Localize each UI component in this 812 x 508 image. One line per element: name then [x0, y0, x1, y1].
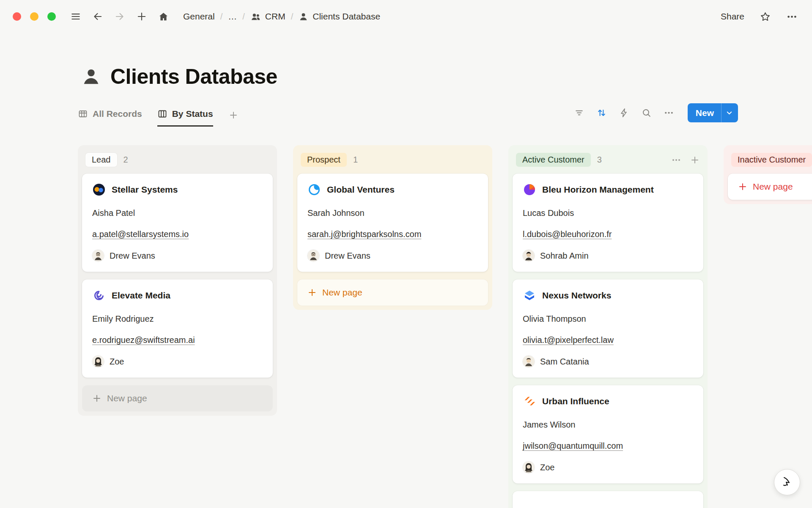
tab-all-records[interactable]: All Records: [78, 109, 142, 127]
new-page-label: New page: [107, 393, 147, 403]
column-count: 2: [123, 155, 128, 165]
column-more-button[interactable]: [671, 155, 681, 165]
kanban-board: Lead 2 Stellar Systems Aisha Patel a.pat…: [78, 145, 812, 508]
forward-arrow-icon: [114, 11, 125, 22]
tab-label: All Records: [93, 109, 142, 119]
column-header-actions: [671, 155, 700, 165]
breadcrumb-item-crm[interactable]: CRM: [250, 11, 285, 22]
sidebar-toggle-button[interactable]: [70, 11, 81, 22]
add-view-button[interactable]: [228, 110, 239, 127]
card-title-row: Stellar Systems: [92, 183, 263, 196]
elevate-media-logo-icon: [92, 289, 106, 302]
card-owner-name: Zoe: [540, 462, 554, 473]
favorite-button[interactable]: [760, 11, 771, 22]
avatar-zoe: [92, 356, 104, 367]
card-bleu-horizon-management[interactable]: Bleu Horizon Management Lucas Dubois l.d…: [513, 174, 703, 272]
forward-button[interactable]: [114, 11, 125, 22]
new-page-label: New page: [753, 182, 793, 192]
card-contact-name: James Wilson: [523, 419, 693, 430]
board-view-icon: [157, 109, 167, 119]
new-page-label: New page: [322, 287, 362, 298]
plus-icon: [690, 155, 700, 165]
card-contact-name: Aisha Patel: [92, 207, 263, 218]
column-header-active-customer: Active Customer 3: [513, 149, 703, 174]
avatar-sam-catania: [523, 356, 535, 367]
card-owner-row: Zoe: [92, 356, 263, 367]
chevron-down-icon: [725, 109, 733, 117]
search-button[interactable]: [641, 108, 652, 118]
people-icon: [250, 11, 261, 22]
status-badge-active-customer[interactable]: Active Customer: [516, 153, 591, 167]
new-page-button-inactive[interactable]: New page: [728, 174, 812, 200]
card-owner-row: Zoe: [523, 461, 693, 473]
card-owner-name: Drew Evans: [325, 250, 370, 261]
card-email: sarah.j@brightsparksolns.com: [307, 229, 421, 239]
avatar-drew-evans: [92, 250, 104, 262]
card-email: l.dubois@bleuhorizon.fr: [523, 229, 612, 239]
back-button[interactable]: [92, 11, 103, 22]
breadcrumb-separator: /: [291, 12, 294, 22]
new-dropdown-button[interactable]: [721, 103, 738, 122]
card-owner-name: Zoe: [110, 356, 124, 367]
floating-cursor-button[interactable]: [774, 469, 800, 495]
card-global-ventures[interactable]: Global Ventures Sarah Johnson sarah.j@br…: [297, 174, 488, 272]
card-company-name: Elevate Media: [112, 290, 170, 301]
new-button[interactable]: New: [688, 103, 721, 122]
share-button[interactable]: Share: [721, 11, 744, 22]
global-ventures-logo-icon: [307, 183, 321, 196]
card-elevate-media[interactable]: Elevate Media Emily Rodriguez e.rodrigue…: [82, 279, 273, 378]
lightning-icon: [619, 108, 629, 118]
board-column-inactive-customer: Inactive Customer New page: [724, 145, 812, 204]
app-window: General / … / CRM / Clients Database Sha…: [0, 0, 812, 508]
breadcrumb-collapsed-button[interactable]: …: [228, 11, 237, 22]
status-badge-lead[interactable]: Lead: [85, 153, 117, 167]
window-titlebar: General / … / CRM / Clients Database Sha…: [0, 0, 812, 33]
home-button[interactable]: [158, 11, 169, 22]
tab-label: By Status: [172, 109, 213, 119]
status-badge-inactive-customer[interactable]: Inactive Customer: [731, 153, 812, 167]
card-partially-visible[interactable]: [513, 491, 703, 508]
automations-button[interactable]: [619, 108, 629, 118]
more-options-button[interactable]: [786, 11, 798, 22]
view-settings-button[interactable]: [664, 108, 674, 118]
table-view-icon: [78, 109, 88, 119]
zoom-window-button[interactable]: [47, 12, 56, 21]
card-stellar-systems[interactable]: Stellar Systems Aisha Patel a.patel@stel…: [82, 174, 273, 272]
ellipsis-icon: [786, 11, 798, 22]
plus-icon: [228, 110, 239, 120]
tab-by-status[interactable]: By Status: [157, 109, 213, 127]
card-owner-name: Drew Evans: [110, 250, 155, 261]
new-page-button-lead[interactable]: New page: [82, 385, 273, 411]
stellar-systems-logo-icon: [92, 183, 106, 196]
breadcrumb-label: Clients Database: [313, 11, 380, 22]
breadcrumb-separator: /: [220, 12, 223, 22]
bleu-horizon-logo-icon: [523, 183, 536, 196]
sort-button[interactable]: [596, 108, 607, 118]
breadcrumb-item-general[interactable]: General: [183, 11, 215, 22]
person-icon: [299, 12, 308, 22]
card-nexus-networks[interactable]: Nexus Networks Olivia Thompson olivia.t@…: [513, 279, 703, 378]
card-owner-row: Sam Catania: [523, 356, 693, 367]
filter-button[interactable]: [574, 108, 584, 118]
card-contact-name: Emily Rodriguez: [92, 313, 263, 324]
view-tabs: All Records By Status: [78, 109, 239, 127]
card-owner-row: Drew Evans: [307, 250, 478, 262]
column-add-card-button[interactable]: [690, 155, 700, 165]
breadcrumb-item-clients-database[interactable]: Clients Database: [299, 11, 380, 22]
minimize-window-button[interactable]: [30, 12, 38, 21]
back-arrow-icon: [92, 11, 103, 22]
sort-arrows-icon: [596, 108, 607, 118]
new-page-button-prospect[interactable]: New page: [297, 279, 488, 306]
new-tab-button[interactable]: [136, 11, 147, 22]
home-icon: [158, 11, 169, 22]
urban-influence-logo-icon: [523, 395, 536, 408]
card-owner-row: Sohrab Amin: [523, 250, 693, 262]
close-window-button[interactable]: [13, 12, 21, 21]
card-urban-influence[interactable]: Urban Influence James Wilson jwilson@qua…: [513, 385, 703, 483]
column-header-inactive-customer: Inactive Customer: [728, 149, 812, 174]
status-badge-prospect[interactable]: Prospect: [301, 153, 347, 167]
card-title-row: Nexus Networks: [523, 289, 693, 302]
page-icon[interactable]: [81, 67, 101, 87]
card-title-row: Global Ventures: [307, 183, 478, 196]
titlebar-actions: Share: [721, 11, 798, 22]
